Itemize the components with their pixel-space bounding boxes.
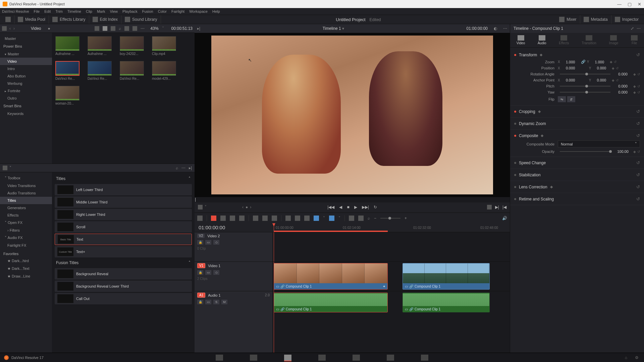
page-edit[interactable]	[284, 355, 291, 361]
section-header[interactable]: Cropping◆↺	[514, 108, 640, 115]
menu-mark[interactable]: Mark	[97, 9, 105, 13]
sort-icon[interactable]	[124, 26, 129, 31]
keyframe-icon[interactable]: ◆	[633, 72, 636, 76]
clip-thumb[interactable]: woman-20...	[55, 86, 79, 105]
zoom-fit-icon[interactable]	[349, 216, 354, 221]
timeline-audio-clip[interactable]: ▭🔗Compound Clip 1	[402, 293, 490, 312]
zoom-out-icon[interactable]: ⌕	[368, 216, 370, 221]
menu-workspace[interactable]: Workspace	[189, 9, 208, 13]
fx-audio-transitions[interactable]: Audio Transitions	[0, 189, 52, 197]
next-edit-icon[interactable]: ▸|	[197, 26, 200, 31]
zoom-slider-plus[interactable]: +	[405, 216, 407, 221]
tree-item-intro[interactable]: Intro	[0, 65, 52, 72]
menu-davinci[interactable]: DaVinci Resolve	[2, 9, 29, 13]
fx-openfx[interactable]: ˅ Open FX	[0, 219, 52, 227]
yaw-value[interactable]: 0.000	[614, 90, 632, 94]
dynamic-trim-icon[interactable]	[230, 216, 235, 221]
menu-timeline[interactable]: Timeline	[67, 9, 81, 13]
viewer-bypass-icon[interactable]: ◐	[494, 26, 497, 31]
metadata-toggle[interactable]: Metadata	[591, 17, 608, 22]
track-head-v1[interactable]: V1Video 1 🔒▭◇ 2 Clips	[195, 261, 272, 291]
tree-item-fortnite[interactable]: Fortnite	[0, 87, 52, 95]
track-enable-icon[interactable]: ▭	[205, 240, 211, 245]
page-media[interactable]	[216, 355, 223, 361]
section-header[interactable]: Dynamic Zoom↺	[514, 120, 640, 127]
keyframe-icon[interactable]: ◆	[633, 90, 636, 94]
clip-thumb[interactable]: DaVinci Re...	[55, 61, 79, 80]
menu-edit[interactable]: Edit	[44, 9, 51, 13]
track-enable-icon[interactable]: ▭	[205, 300, 211, 304]
flip-h-button[interactable]: ⇋	[558, 96, 566, 102]
fusion-title-item[interactable]: Background Reveal	[55, 268, 192, 280]
link-icon[interactable]: 🔗	[581, 60, 586, 64]
list-view-icon[interactable]	[111, 26, 115, 31]
track-lane-v2[interactable]	[272, 232, 510, 261]
composite-mode-select[interactable]: Normal˅	[558, 140, 640, 147]
clip-thumb[interactable]: DaVinci Re...	[88, 61, 112, 80]
lock-icon[interactable]	[304, 216, 310, 221]
marker-dot-icon[interactable]: ●	[246, 205, 248, 209]
reset-icon[interactable]: ↺	[636, 133, 640, 138]
scrub-bar[interactable]	[195, 197, 510, 202]
go-out-icon[interactable]: ▶|	[495, 205, 499, 209]
thumb-view-icon[interactable]	[103, 26, 107, 31]
editindex-toggle[interactable]: Edit Index	[100, 17, 118, 22]
minimize-button[interactable]: —	[617, 2, 622, 7]
fx-generators[interactable]: Generators	[0, 204, 52, 212]
detail-zoom-icon[interactable]	[358, 216, 364, 221]
yaw-slider[interactable]	[560, 92, 610, 93]
search-icon[interactable]: ⌕	[119, 26, 121, 31]
match-frame-icon[interactable]	[487, 205, 492, 209]
fx-options-icon[interactable]: ⋯	[181, 166, 185, 170]
zoom-y[interactable]: 1.000	[590, 60, 608, 64]
tree-item-abo[interactable]: Abo Button	[0, 72, 52, 80]
menu-fusion[interactable]: Fusion	[142, 9, 153, 13]
fx-fairlightfx[interactable]: Fairlight FX	[0, 242, 52, 249]
fx-icon[interactable]	[52, 17, 58, 22]
tree-master[interactable]: Master	[0, 35, 52, 42]
anchor-y[interactable]: 0.000	[592, 78, 610, 82]
title-item[interactable]: Scroll	[55, 221, 192, 233]
zoom-slider-minus[interactable]: −	[374, 216, 376, 221]
page-color[interactable]	[353, 355, 360, 361]
inspector-expand-icon[interactable]: ⤢	[631, 26, 634, 31]
opacity-slider[interactable]	[560, 151, 610, 152]
viewer[interactable]: ↖	[195, 33, 510, 197]
editindex-icon[interactable]	[93, 17, 98, 22]
blade-tool-icon[interactable]	[239, 216, 245, 221]
track-auto-icon[interactable]: ◇	[213, 240, 219, 245]
inspector-options-icon[interactable]: ⋯	[637, 26, 641, 31]
track-mute-icon[interactable]: M	[221, 300, 227, 304]
clip-thumb[interactable]: boy-24202...	[120, 36, 144, 56]
replace-icon[interactable]	[272, 216, 277, 221]
zoom-slider[interactable]	[388, 217, 391, 220]
trim-tool-icon[interactable]	[220, 216, 226, 221]
section-header[interactable]: Composite◆↺	[514, 132, 640, 139]
reset-icon[interactable]: ↺	[637, 84, 640, 88]
keyframe-icon[interactable]: ◆	[633, 150, 636, 154]
track-lock-icon[interactable]: 🔒	[197, 240, 203, 245]
reset-icon[interactable]: ↺	[637, 90, 640, 94]
section-header[interactable]: Transform◆↺	[514, 51, 640, 59]
fx-titles[interactable]: Titles	[0, 197, 52, 204]
pos-x[interactable]: 0.000	[561, 66, 580, 70]
track-head-v2[interactable]: V2Video 2 🔒▭◇ 0 Clip	[195, 232, 272, 261]
fx-fav-item[interactable]: ★ Dark...Text	[0, 265, 52, 273]
first-frame-button[interactable]: |◀◀	[327, 205, 334, 209]
section-header[interactable]: Stabilization↺	[514, 171, 640, 179]
next-marker-icon[interactable]: ›	[250, 205, 251, 209]
reset-icon[interactable]: ↺	[636, 52, 640, 57]
metadata-icon[interactable]	[584, 17, 589, 22]
selection-tool-icon[interactable]	[211, 216, 216, 221]
tab-audio[interactable]: Audio	[538, 35, 546, 45]
anchor-x[interactable]: 0.000	[561, 78, 580, 82]
metadata-view-icon[interactable]	[95, 26, 99, 31]
fx-layout-icon[interactable]	[3, 166, 7, 170]
page-cut[interactable]	[250, 355, 257, 361]
reset-icon[interactable]: ↺	[614, 60, 616, 64]
title-item[interactable]: Custom TitleText+	[55, 246, 192, 257]
track-lane-a1[interactable]: ▭🔗Compound Clip 1 ▭🔗Compound Clip 1	[272, 291, 510, 314]
timeline-timecode[interactable]: 01:00:00:00	[195, 223, 272, 232]
rotation-slider[interactable]	[560, 74, 610, 74]
menu-clip[interactable]: Clip	[86, 9, 92, 13]
